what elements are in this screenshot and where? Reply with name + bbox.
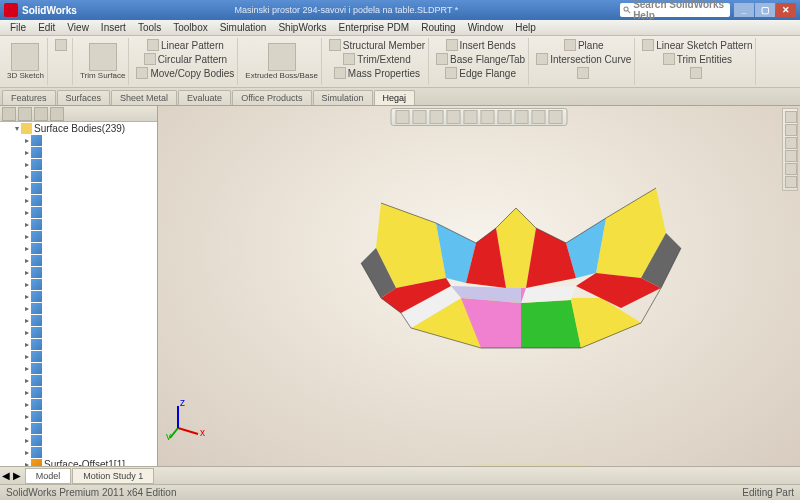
tree-item[interactable]: ▸ — [0, 410, 157, 422]
cmd-icon — [663, 53, 675, 65]
menu-file[interactable]: File — [4, 22, 32, 33]
ribbon-cmd[interactable]: Insert Bends — [446, 39, 516, 51]
ribbon-cmd[interactable]: Trim Entities — [663, 53, 732, 65]
menu-enterprise-pdm[interactable]: Enterprise PDM — [333, 22, 416, 33]
sketch-3d-icon[interactable] — [11, 43, 39, 71]
tree-item[interactable]: ▸ — [0, 206, 157, 218]
tree-item[interactable]: ▸ — [0, 242, 157, 254]
apply-scene-icon[interactable] — [532, 110, 546, 124]
tree-item[interactable]: ▸ — [0, 278, 157, 290]
ribbon-cmd[interactable]: Circular Pattern — [144, 53, 227, 65]
file-explorer-icon[interactable] — [785, 137, 797, 149]
trim-icon[interactable] — [89, 43, 117, 71]
menu-help[interactable]: Help — [509, 22, 542, 33]
tree-filter-icon[interactable] — [2, 107, 16, 121]
edit-scene-icon[interactable] — [515, 110, 529, 124]
help-search-input[interactable]: Search SolidWorks Help — [620, 3, 730, 17]
tree-offset[interactable]: ▸Surface-Offset1[1] — [0, 458, 157, 466]
menu-tools[interactable]: Tools — [132, 22, 167, 33]
appearances-icon[interactable] — [785, 163, 797, 175]
tree-item[interactable]: ▸ — [0, 218, 157, 230]
custom-props-icon[interactable] — [785, 176, 797, 188]
menu-routing[interactable]: Routing — [415, 22, 461, 33]
ribbon-cmd[interactable]: Intersection Curve — [536, 53, 631, 65]
ribbon-cmd[interactable]: Edge Flange — [445, 67, 516, 79]
tab-office-products[interactable]: Office Products — [232, 90, 311, 105]
menu-edit[interactable]: Edit — [32, 22, 61, 33]
tree-display-icon[interactable] — [18, 107, 32, 121]
tree-item[interactable]: ▸ — [0, 194, 157, 206]
ribbon-cmd[interactable]: Mass Properties — [334, 67, 420, 79]
tree-root[interactable]: ▾Surface Bodies(239) — [0, 122, 157, 134]
ribbon-label: Trim Surface — [80, 72, 126, 80]
feature-tree[interactable]: ▾Surface Bodies(239)▸▸▸▸▸▸▸▸▸▸▸▸▸▸▸▸▸▸▸▸… — [0, 122, 157, 466]
menu-window[interactable]: Window — [462, 22, 510, 33]
tree-item[interactable]: ▸ — [0, 266, 157, 278]
tab-simulation[interactable]: Simulation — [313, 90, 373, 105]
tree-item[interactable]: ▸ — [0, 134, 157, 146]
3d-viewport[interactable]: x y z — [158, 106, 800, 466]
tree-item[interactable]: ▸ — [0, 422, 157, 434]
tree-item[interactable]: ▸ — [0, 230, 157, 242]
tree-item[interactable]: ▸ — [0, 254, 157, 266]
zoom-fit-icon[interactable] — [396, 110, 410, 124]
ribbon-cmd[interactable]: Move/Copy Bodies — [136, 67, 234, 79]
tree-item[interactable]: ▸ — [0, 446, 157, 458]
ribbon-cmd[interactable] — [577, 67, 591, 79]
hide-show-icon[interactable] — [498, 110, 512, 124]
tree-item[interactable]: ▸ — [0, 338, 157, 350]
tree-item[interactable]: ▸ — [0, 302, 157, 314]
tree-item[interactable]: ▸ — [0, 374, 157, 386]
ribbon-cmd[interactable]: Trim/Extend — [343, 53, 411, 65]
tab-hegaj[interactable]: Hegaj — [374, 90, 416, 105]
tree-item[interactable]: ▸ — [0, 158, 157, 170]
bottom-tab-model[interactable]: Model — [25, 468, 72, 484]
tree-item[interactable]: ▸ — [0, 182, 157, 194]
tree-item[interactable]: ▸ — [0, 434, 157, 446]
tree-item[interactable]: ▸ — [0, 170, 157, 182]
view-orient-icon[interactable] — [464, 110, 478, 124]
ribbon-cmd[interactable]: Structural Member — [329, 39, 425, 51]
view-settings-icon[interactable] — [549, 110, 563, 124]
tab-surfaces[interactable]: Surfaces — [57, 90, 111, 105]
tree-item[interactable]: ▸ — [0, 146, 157, 158]
tree-item[interactable]: ▸ — [0, 362, 157, 374]
menu-simulation[interactable]: Simulation — [214, 22, 273, 33]
orientation-triad[interactable]: x y z — [166, 400, 206, 440]
bottom-tab-motion-study-1[interactable]: Motion Study 1 — [72, 468, 154, 484]
ribbon-cmd[interactable] — [690, 67, 704, 79]
tree-item[interactable]: ▸ — [0, 386, 157, 398]
tree-item[interactable]: ▸ — [0, 398, 157, 410]
minimize-button[interactable]: _ — [734, 3, 754, 17]
extrude-icon[interactable] — [268, 43, 296, 71]
tree-item[interactable]: ▸ — [0, 350, 157, 362]
ribbon-cmd[interactable]: Plane — [564, 39, 604, 51]
tree-item[interactable]: ▸ — [0, 326, 157, 338]
ribbon-cmd[interactable] — [55, 39, 69, 51]
ribbon-cmd[interactable]: Linear Sketch Pattern — [642, 39, 752, 51]
cmd-icon — [436, 53, 448, 65]
view-palette-icon[interactable] — [785, 150, 797, 162]
tab-evaluate[interactable]: Evaluate — [178, 90, 231, 105]
display-style-icon[interactable] — [481, 110, 495, 124]
tree-item[interactable]: ▸ — [0, 290, 157, 302]
design-lib-icon[interactable] — [785, 124, 797, 136]
tab-features[interactable]: Features — [2, 90, 56, 105]
zoom-area-icon[interactable] — [413, 110, 427, 124]
menu-insert[interactable]: Insert — [95, 22, 132, 33]
tree-config-icon[interactable] — [34, 107, 48, 121]
tree-item[interactable]: ▸ — [0, 314, 157, 326]
prev-view-icon[interactable] — [430, 110, 444, 124]
close-button[interactable]: ✕ — [776, 3, 796, 17]
resources-icon[interactable] — [785, 111, 797, 123]
menu-view[interactable]: View — [61, 22, 95, 33]
section-view-icon[interactable] — [447, 110, 461, 124]
ribbon-cmd[interactable]: Base Flange/Tab — [436, 53, 525, 65]
menu-shipworks[interactable]: ShipWorks — [272, 22, 332, 33]
ribbon-cmd[interactable]: Linear Pattern — [147, 39, 224, 51]
tab-sheet-metal[interactable]: Sheet Metal — [111, 90, 177, 105]
3d-model[interactable] — [321, 148, 701, 388]
tree-hide-icon[interactable] — [50, 107, 64, 121]
menu-toolbox[interactable]: Toolbox — [167, 22, 213, 33]
maximize-button[interactable]: ▢ — [755, 3, 775, 17]
